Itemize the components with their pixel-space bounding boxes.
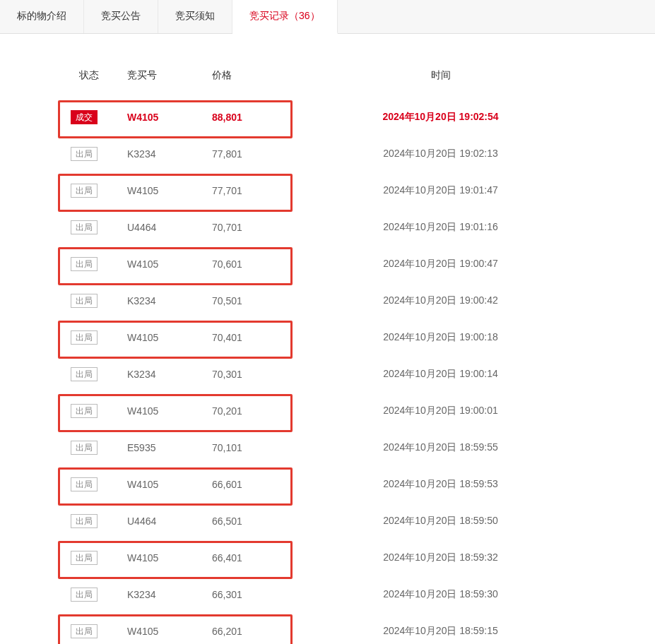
cell-status: 出局 (64, 330, 127, 345)
header-bidder: 竞买号 (127, 69, 212, 82)
cell-price: 66,201 (212, 626, 304, 637)
cell-price: 70,201 (212, 405, 304, 417)
table-row: 出局W410577,7012024年10月20日 19:01:47 (64, 172, 591, 209)
cell-time: 2024年10月20日 19:00:01 (304, 405, 591, 417)
cell-status: 出局 (64, 404, 127, 418)
table-row: 出局U446466,5012024年10月20日 18:59:50 (64, 503, 591, 539)
cell-time: 2024年10月20日 18:59:15 (304, 625, 591, 638)
cell-price: 66,401 (212, 552, 304, 564)
table-row: 出局W410566,4012024年10月20日 18:59:32 (64, 539, 591, 576)
status-badge-out: 出局 (71, 588, 98, 602)
cell-price: 77,801 (212, 148, 304, 160)
cell-time: 2024年10月20日 19:00:42 (304, 294, 591, 307)
cell-status: 出局 (64, 551, 127, 565)
status-badge-out: 出局 (71, 404, 98, 418)
header-time: 时间 (304, 69, 591, 82)
cell-price: 77,701 (212, 185, 304, 196)
cell-time: 2024年10月20日 18:59:53 (304, 478, 591, 491)
cell-bidder: K3234 (127, 295, 212, 306)
cell-status: 出局 (64, 624, 127, 638)
status-badge-out: 出局 (71, 147, 98, 161)
cell-bidder: K3234 (127, 589, 212, 600)
cell-time: 2024年10月20日 19:00:18 (304, 331, 591, 344)
table-row: 出局W410570,4012024年10月20日 19:00:18 (64, 319, 591, 356)
tab-0[interactable]: 标的物介绍 (0, 0, 84, 33)
status-badge-out: 出局 (71, 551, 98, 565)
cell-status: 出局 (64, 441, 127, 455)
cell-status: 出局 (64, 147, 127, 161)
cell-price: 88,801 (212, 112, 304, 123)
cell-bidder: K3234 (127, 369, 212, 380)
cell-status: 成交 (64, 110, 127, 124)
bid-records-panel: 状态 竞买号 价格 时间 成交W410588,8012024年10月20日 19… (0, 34, 655, 644)
cell-time: 2024年10月20日 19:01:47 (304, 184, 591, 197)
cell-price: 66,601 (212, 479, 304, 490)
status-badge-out: 出局 (71, 257, 98, 271)
cell-bidder: W4105 (127, 552, 212, 564)
cell-bidder: W4105 (127, 258, 212, 270)
cell-time: 2024年10月20日 19:02:13 (304, 148, 591, 160)
cell-bidder: U4464 (127, 515, 212, 527)
cell-bidder: U4464 (127, 222, 212, 233)
table-header: 状态 竞买号 价格 时间 (64, 62, 591, 99)
status-badge-out: 出局 (71, 367, 98, 381)
table-row: 成交W410588,8012024年10月20日 19:02:54 (64, 99, 591, 136)
cell-status: 出局 (64, 257, 127, 271)
cell-bidder: E5935 (127, 442, 212, 453)
status-badge-out: 出局 (71, 514, 98, 528)
cell-status: 出局 (64, 588, 127, 602)
table-row: 出局K323470,3012024年10月20日 19:00:14 (64, 356, 591, 393)
table-row: 出局E593570,1012024年10月20日 18:59:55 (64, 429, 591, 466)
cell-status: 出局 (64, 184, 127, 198)
cell-price: 70,401 (212, 332, 304, 343)
cell-time: 2024年10月20日 18:59:32 (304, 551, 591, 564)
cell-status: 出局 (64, 367, 127, 381)
cell-time: 2024年10月20日 19:00:14 (304, 368, 591, 381)
header-status: 状态 (64, 69, 127, 82)
cell-bidder: W4105 (127, 332, 212, 343)
table-row: 出局W410566,2012024年10月20日 18:59:15 (64, 613, 591, 644)
status-badge-out: 出局 (71, 624, 98, 638)
cell-time: 2024年10月20日 18:59:50 (304, 515, 591, 527)
cell-status: 出局 (64, 514, 127, 528)
table-row: 出局K323470,5012024年10月20日 19:00:42 (64, 282, 591, 319)
cell-bidder: W4105 (127, 405, 212, 417)
cell-time: 2024年10月20日 18:59:55 (304, 441, 591, 454)
cell-bidder: W4105 (127, 112, 212, 123)
status-badge-out: 出局 (71, 184, 98, 198)
status-badge-out: 出局 (71, 220, 98, 234)
cell-price: 70,701 (212, 222, 304, 233)
table-row: 出局W410570,6012024年10月20日 19:00:47 (64, 246, 591, 282)
cell-time: 2024年10月20日 19:00:47 (304, 258, 591, 270)
cell-bidder: K3234 (127, 148, 212, 160)
table-row: 出局U446470,7012024年10月20日 19:01:16 (64, 209, 591, 246)
table-row: 出局W410570,2012024年10月20日 19:00:01 (64, 393, 591, 429)
cell-price: 70,501 (212, 295, 304, 306)
cell-price: 70,301 (212, 369, 304, 380)
tab-3[interactable]: 竞买记录（36） (232, 0, 338, 34)
status-badge-out: 出局 (71, 477, 98, 491)
cell-bidder: W4105 (127, 185, 212, 196)
cell-time: 2024年10月20日 19:01:16 (304, 221, 591, 234)
table-body: 成交W410588,8012024年10月20日 19:02:54出局K3234… (64, 99, 591, 644)
status-badge-out: 出局 (71, 441, 98, 455)
cell-bidder: W4105 (127, 479, 212, 490)
status-badge-deal: 成交 (71, 110, 98, 124)
cell-bidder: W4105 (127, 626, 212, 637)
tab-2[interactable]: 竞买须知 (158, 0, 232, 33)
table-row: 出局W410566,6012024年10月20日 18:59:53 (64, 466, 591, 503)
table-row: 出局K323466,3012024年10月20日 18:59:30 (64, 576, 591, 613)
cell-price: 66,301 (212, 589, 304, 600)
cell-price: 70,601 (212, 258, 304, 270)
table-row: 出局K323477,8012024年10月20日 19:02:13 (64, 136, 591, 172)
cell-status: 出局 (64, 220, 127, 234)
cell-status: 出局 (64, 477, 127, 491)
status-badge-out: 出局 (71, 330, 98, 345)
tab-bar: 标的物介绍竞买公告竞买须知竞买记录（36） (0, 0, 655, 34)
cell-price: 66,501 (212, 515, 304, 527)
cell-status: 出局 (64, 294, 127, 308)
cell-time: 2024年10月20日 18:59:30 (304, 588, 591, 601)
tab-1[interactable]: 竞买公告 (84, 0, 158, 33)
status-badge-out: 出局 (71, 294, 98, 308)
cell-price: 70,101 (212, 442, 304, 453)
